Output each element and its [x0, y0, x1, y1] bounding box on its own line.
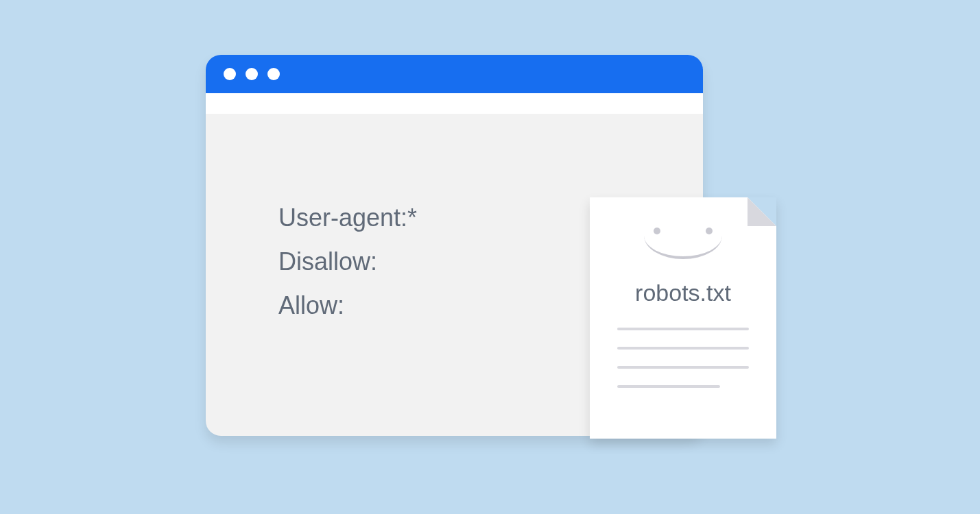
page-fold-icon: [748, 197, 776, 226]
traffic-light-dot: [267, 68, 280, 80]
file-title: robots.txt: [590, 280, 776, 306]
file-card: robots.txt: [590, 197, 776, 439]
text-line-placeholder: [617, 328, 749, 330]
traffic-light-dot: [246, 68, 258, 80]
text-line-placeholder: [617, 347, 749, 350]
text-line-placeholder: [617, 366, 749, 369]
traffic-light-dot: [224, 68, 236, 80]
window-titlebar: [206, 55, 703, 93]
smile-icon: [644, 232, 722, 259]
address-bar: [206, 93, 703, 114]
file-body-lines: [617, 328, 749, 388]
smiley-face-icon: [638, 223, 728, 263]
text-line-placeholder: [617, 385, 720, 388]
